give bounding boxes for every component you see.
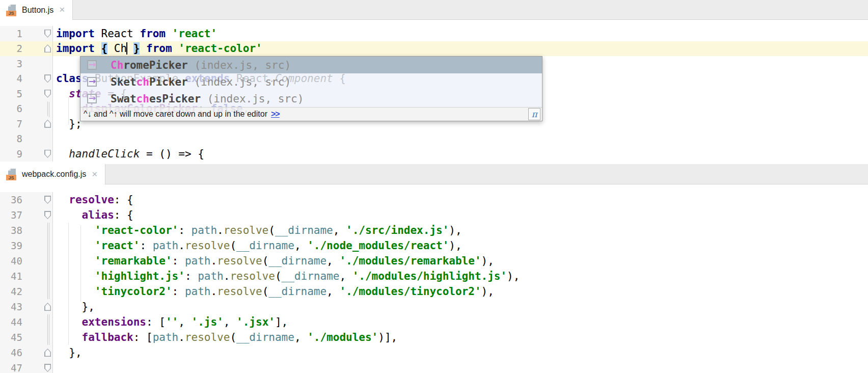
fold-range-line <box>47 330 48 345</box>
code-text[interactable]: }; <box>53 118 82 130</box>
pi-shortcut-icon[interactable]: π <box>528 108 540 120</box>
code-text[interactable]: import React from 'react' <box>53 28 217 40</box>
editor-pane-webpack-config-js[interactable]: 36 resolve: {37 alias: {38 'react-color'… <box>0 184 868 373</box>
code-text[interactable]: extensions: ['', '.js', '.jsx'], <box>53 316 288 328</box>
code-line[interactable]: 36 resolve: { <box>0 192 868 207</box>
fold-column <box>22 207 52 223</box>
line-number: 8 <box>0 133 22 144</box>
hint-text: ^↓ and ^↑ will move caret down and up in… <box>84 110 267 119</box>
code-text[interactable]: 'tinycolor2': path.resolve(__dirname, '.… <box>53 285 494 298</box>
close-tab-icon[interactable]: × <box>58 5 65 15</box>
code-text[interactable]: fallback: [path.resolve(__dirname, './mo… <box>53 331 397 343</box>
javascript-file-icon: JS <box>6 168 17 180</box>
line-number: 4 <box>0 73 22 84</box>
code-line[interactable]: 46 }, <box>0 345 868 360</box>
code-line[interactable]: 42 'tinycolor2': path.resolve(__dirname,… <box>0 284 868 299</box>
gutter: 9 <box>0 146 53 162</box>
tab-label: webpack.config.js <box>22 170 86 179</box>
line-number: 41 <box>0 271 22 282</box>
fold-down-icon[interactable] <box>44 30 51 38</box>
fold-down-icon[interactable] <box>44 90 51 98</box>
ide-window: { "tabs": [ { "label": "Button.js" }, { … <box>0 0 868 373</box>
fold-up-icon[interactable] <box>44 44 51 52</box>
arrow-glyph: → <box>89 59 96 69</box>
code-text[interactable]: import { Ch } from 'react-color' <box>53 42 262 55</box>
gutter: 38 <box>0 223 53 238</box>
line-number: 6 <box>0 103 22 114</box>
code-line[interactable]: 37 alias: { <box>0 207 868 223</box>
fold-down-icon[interactable] <box>44 74 51 83</box>
line-number: 40 <box>0 255 22 267</box>
fold-column <box>22 146 52 162</box>
completion-item-detail: (index.js, src) <box>188 76 291 88</box>
completion-item-swatchespicker[interactable]: →SwatchesPicker (index.js, src) <box>80 90 542 107</box>
code-line[interactable]: 44 extensions: ['', '.js', '.jsx'], <box>0 314 868 330</box>
code-line[interactable]: 43 }, <box>0 299 868 314</box>
gutter: 8 <box>0 131 53 147</box>
code-line[interactable]: 2import { Ch } from 'react-color' <box>0 41 868 57</box>
code-text[interactable]: }, <box>53 347 82 359</box>
fold-column <box>22 116 52 131</box>
line-number: 42 <box>0 286 22 297</box>
fold-column <box>22 284 52 299</box>
code-text[interactable]: 'highlight.js': path.resolve(__dirname, … <box>53 270 520 282</box>
code-text[interactable]: 'react-color': path.resolve(__dirname, '… <box>53 224 462 236</box>
completion-item-label: ChromePicker <box>111 59 188 71</box>
gutter: 40 <box>0 253 53 269</box>
line-number: 7 <box>0 118 22 129</box>
js-badge: JS <box>6 175 16 180</box>
gutter: 45 <box>0 330 53 345</box>
fold-up-icon[interactable] <box>44 349 51 357</box>
completion-item-sketchpicker[interactable]: →SketchPicker (index.js, src) <box>80 73 542 90</box>
fold-range-line <box>47 314 48 330</box>
fold-down-icon[interactable] <box>44 211 51 219</box>
gutter: 5 <box>0 86 53 101</box>
arrow-glyph: → <box>89 76 96 86</box>
gutter: 41 <box>0 269 53 284</box>
line-number: 1 <box>0 28 22 39</box>
code-line[interactable]: 8 <box>0 131 868 147</box>
fold-column <box>22 56 52 71</box>
completion-item-detail: (index.js, src) <box>201 93 304 105</box>
code-text[interactable]: }, <box>53 301 95 313</box>
fold-range-line <box>47 253 48 269</box>
line-number: 2 <box>0 43 22 54</box>
line-number: 39 <box>0 240 22 251</box>
code-line[interactable]: 47 <box>0 360 868 373</box>
close-tab-icon[interactable]: × <box>91 169 97 180</box>
fold-column <box>22 86 52 101</box>
fold-range-line <box>47 238 48 253</box>
completion-item-chromepicker[interactable]: →ChromePicker (index.js, src) <box>80 57 542 73</box>
gutter: 46 <box>0 345 53 360</box>
fold-column <box>22 26 52 41</box>
code-line[interactable]: 41 'highlight.js': path.resolve(__dirnam… <box>0 269 868 284</box>
tab-button-js[interactable]: JS Button.js × <box>0 0 73 20</box>
fold-up-icon[interactable] <box>44 120 51 128</box>
tab-webpack-config-js[interactable]: JS webpack.config.js × <box>0 164 105 184</box>
gutter: 2 <box>0 41 53 57</box>
gutter: 6 <box>0 101 53 117</box>
code-line[interactable]: 40 'remarkable': path.resolve(__dirname,… <box>0 253 868 269</box>
code-line[interactable]: 9 handleClick = () => { <box>0 146 868 162</box>
code-text[interactable]: alias: { <box>53 209 133 221</box>
line-number: 44 <box>0 316 22 328</box>
code-line[interactable]: 39 'react': path.resolve(__dirname, './n… <box>0 238 868 253</box>
code-text[interactable]: handleClick = () => { <box>53 148 204 160</box>
fold-down-icon[interactable] <box>44 150 51 158</box>
fold-column <box>22 223 52 238</box>
fold-down-icon[interactable] <box>44 196 51 204</box>
line-number: 46 <box>0 347 22 358</box>
fold-range-line <box>47 223 48 238</box>
code-line[interactable]: 38 'react-color': path.resolve(__dirname… <box>0 223 868 238</box>
code-text[interactable]: 'remarkable': path.resolve(__dirname, '.… <box>53 255 494 267</box>
hint-more-link[interactable]: >> <box>271 110 280 119</box>
code-line[interactable]: 45 fallback: [path.resolve(__dirname, '.… <box>0 330 868 345</box>
fold-column <box>22 101 52 117</box>
fold-up-icon[interactable] <box>44 303 51 311</box>
code-text[interactable]: 'react': path.resolve(__dirname, './node… <box>53 239 462 252</box>
code-text[interactable]: resolve: { <box>53 194 133 206</box>
code-line[interactable]: 1import React from 'react' <box>0 26 868 41</box>
fold-down-icon[interactable] <box>44 364 51 372</box>
completion-item-label: SketchPicker <box>111 76 188 88</box>
tab-label: Button.js <box>22 6 53 15</box>
